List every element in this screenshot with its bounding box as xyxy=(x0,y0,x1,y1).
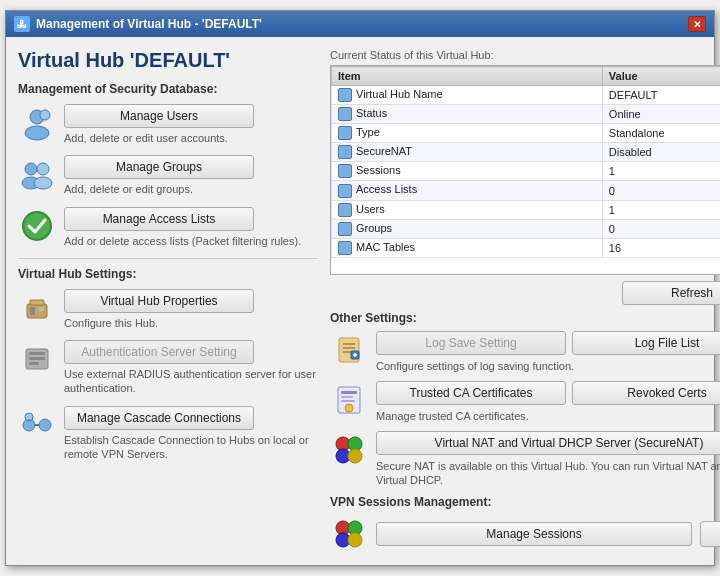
table-cell-value: 0 xyxy=(602,181,720,200)
hub-settings-label: Virtual Hub Settings: xyxy=(18,267,318,281)
manage-access-lists-item: Manage Access Lists Add or delete access… xyxy=(18,207,318,248)
svg-point-36 xyxy=(348,449,362,463)
svg-rect-29 xyxy=(341,391,357,394)
log-settings-buttons: Log Save Setting Log File List Configure… xyxy=(376,331,720,373)
manage-access-lists-desc: Add or delete access lists (Packet filte… xyxy=(64,234,318,248)
table-cell-item: Sessions xyxy=(332,162,603,181)
table-cell-item: Type xyxy=(332,124,603,143)
vpn-sessions-label: VPN Sessions Management: xyxy=(330,495,720,509)
table-cell-item: Users xyxy=(332,200,603,219)
ca-cert-row: Trusted CA Certificates Revoked Certs Ma… xyxy=(330,381,720,423)
manage-groups-button[interactable]: Manage Groups xyxy=(64,155,254,179)
table-row: StatusOnline xyxy=(332,105,721,124)
table-row: Groups0 xyxy=(332,219,721,238)
auth-server-item: Authentication Server Setting Use extern… xyxy=(18,340,318,396)
table-row: Sessions1 xyxy=(332,162,721,181)
exit-button[interactable]: Exit xyxy=(700,521,720,547)
virtual-hub-icon xyxy=(18,289,56,327)
svg-point-32 xyxy=(345,404,353,412)
log-settings-row: Log Save Setting Log File List Configure… xyxy=(330,331,720,373)
table-cell-value: Standalone xyxy=(602,124,720,143)
svg-point-4 xyxy=(37,163,49,175)
sessions-icon xyxy=(330,515,368,553)
virtual-nat-btn-row: Virtual NAT and Virtual DHCP Server (Sec… xyxy=(376,431,720,455)
svg-rect-9 xyxy=(30,307,35,315)
svg-point-40 xyxy=(348,533,362,547)
table-cell-item: MAC Tables xyxy=(332,238,603,257)
table-cell-value: DEFAULT xyxy=(602,86,720,105)
log-save-desc: Configure settings of log saving functio… xyxy=(376,360,574,372)
table-cell-value: 1 xyxy=(602,162,720,181)
log-file-list-button[interactable]: Log File List xyxy=(572,331,720,355)
virtual-hub-properties-item: Virtual Hub Properties Configure this Hu… xyxy=(18,289,318,330)
svg-rect-10 xyxy=(39,307,44,311)
cascade-item: Manage Cascade Connections Establish Cas… xyxy=(18,406,318,462)
status-table-container: Item Value Virtual Hub NameDEFAULTStatus… xyxy=(330,65,720,275)
window-title: Management of Virtual Hub - 'DEFAULT' xyxy=(36,17,262,31)
ca-cert-desc: Manage trusted CA certificates. xyxy=(376,410,529,422)
manage-users-item: Manage Users Add, delete or edit user ac… xyxy=(18,104,318,145)
table-cell-value: 16 xyxy=(602,238,720,257)
left-panel: Virtual Hub 'DEFAULT' Management of Secu… xyxy=(18,49,318,553)
virtual-hub-properties-desc: Configure this Hub. xyxy=(64,316,318,330)
app-icon: 🖧 xyxy=(14,16,30,32)
table-cell-item: Groups xyxy=(332,219,603,238)
svg-point-2 xyxy=(40,110,50,120)
manage-users-button[interactable]: Manage Users xyxy=(64,104,254,128)
manage-users-icon xyxy=(18,104,56,142)
table-row: Access Lists0 xyxy=(332,181,721,200)
table-cell-value: 0 xyxy=(602,219,720,238)
ca-cert-btn-row: Trusted CA Certificates Revoked Certs xyxy=(376,381,720,405)
manage-groups-item: Manage Groups Add, delete or edit groups… xyxy=(18,155,318,196)
bottom-row: Manage Sessions Exit xyxy=(330,515,720,553)
virtual-nat-icon xyxy=(330,431,368,469)
divider-1 xyxy=(18,258,318,259)
authentication-server-button[interactable]: Authentication Server Setting xyxy=(64,340,254,364)
manage-users-right: Manage Users Add, delete or edit user ac… xyxy=(64,104,318,145)
cascade-icon xyxy=(18,406,56,444)
svg-rect-31 xyxy=(341,400,355,402)
page-title: Virtual Hub 'DEFAULT' xyxy=(18,49,318,72)
content-area: Virtual Hub 'DEFAULT' Management of Secu… xyxy=(6,37,714,565)
title-bar: 🖧 Management of Virtual Hub - 'DEFAULT' … xyxy=(6,11,714,37)
trusted-ca-button[interactable]: Trusted CA Certificates xyxy=(376,381,566,405)
table-row: Users1 xyxy=(332,200,721,219)
svg-point-3 xyxy=(25,163,37,175)
table-cell-item: Access Lists xyxy=(332,181,603,200)
table-cell-value: Disabled xyxy=(602,143,720,162)
table-row: SecureNATDisabled xyxy=(332,143,721,162)
manage-access-lists-icon xyxy=(18,207,56,245)
table-cell-value: 1 xyxy=(602,200,720,219)
revoked-certs-button[interactable]: Revoked Certs xyxy=(572,381,720,405)
virtual-nat-desc: Secure NAT is available on this Virtual … xyxy=(376,460,720,486)
svg-rect-15 xyxy=(29,362,39,365)
manage-groups-desc: Add, delete or edit groups. xyxy=(64,182,318,196)
close-button[interactable]: ✕ xyxy=(688,16,706,32)
manage-sessions-button[interactable]: Manage Sessions xyxy=(376,522,692,546)
virtual-hub-properties-button[interactable]: Virtual Hub Properties xyxy=(64,289,254,313)
svg-rect-14 xyxy=(29,357,45,360)
refresh-row: Refresh xyxy=(330,281,720,305)
ca-cert-buttons: Trusted CA Certificates Revoked Certs Ma… xyxy=(376,381,720,423)
auth-server-icon xyxy=(18,340,56,378)
svg-rect-11 xyxy=(30,300,44,305)
cascade-desc: Establish Cascade Connection to Hubs on … xyxy=(64,433,318,462)
other-settings-label: Other Settings: xyxy=(330,311,720,325)
log-icon xyxy=(330,331,368,369)
management-section-label: Management of Security Database: xyxy=(18,82,318,96)
log-save-setting-button[interactable]: Log Save Setting xyxy=(376,331,566,355)
title-bar-left: 🖧 Management of Virtual Hub - 'DEFAULT' xyxy=(14,16,262,32)
virtual-nat-buttons: Virtual NAT and Virtual DHCP Server (Sec… xyxy=(376,431,720,487)
svg-point-1 xyxy=(25,126,49,140)
right-panel: Current Status of this Virtual Hub: Item… xyxy=(330,49,720,553)
manage-access-lists-button[interactable]: Manage Access Lists xyxy=(64,207,254,231)
svg-point-7 xyxy=(23,212,51,240)
manage-access-lists-right: Manage Access Lists Add or delete access… xyxy=(64,207,318,248)
manage-cascade-button[interactable]: Manage Cascade Connections xyxy=(64,406,254,430)
svg-point-6 xyxy=(34,177,52,189)
manage-groups-right: Manage Groups Add, delete or edit groups… xyxy=(64,155,318,196)
refresh-button[interactable]: Refresh xyxy=(622,281,720,305)
virtual-nat-dhcp-button[interactable]: Virtual NAT and Virtual DHCP Server (Sec… xyxy=(376,431,720,455)
table-row: MAC Tables16 xyxy=(332,238,721,257)
auth-server-right: Authentication Server Setting Use extern… xyxy=(64,340,318,396)
